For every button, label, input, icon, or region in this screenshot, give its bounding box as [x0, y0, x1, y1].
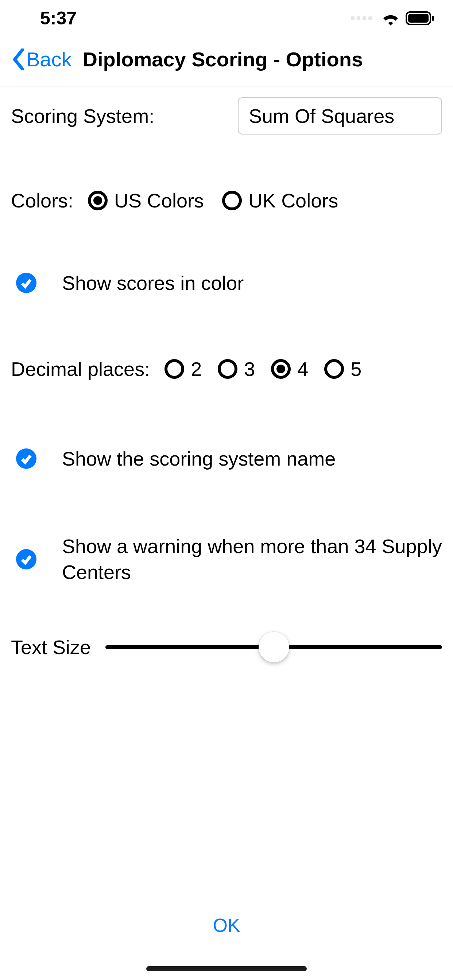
checkmark-icon	[16, 273, 37, 293]
radio-icon	[271, 359, 291, 379]
home-indicator	[146, 966, 307, 971]
status-bar: 5:37	[0, 0, 453, 37]
radio-label: US Colors	[114, 189, 204, 212]
radio-label: 5	[351, 358, 362, 380]
radio-decimal-2[interactable]: 2	[164, 358, 202, 380]
back-button[interactable]: Back	[11, 48, 72, 71]
radio-icon	[324, 359, 344, 379]
back-label: Back	[26, 48, 72, 71]
colors-row: Colors: US Colors UK Colors	[11, 189, 442, 212]
radio-icon	[222, 191, 242, 210]
checkmark-icon	[16, 549, 37, 570]
checkbox-label: Show scores in color	[62, 270, 244, 296]
checkbox-label: Show a warning when more than 34 Supply …	[62, 533, 442, 584]
battery-icon	[405, 11, 435, 25]
radio-icon	[164, 359, 184, 379]
radio-decimal-3[interactable]: 3	[218, 358, 255, 380]
show-system-name-checkbox[interactable]: Show the scoring system name	[11, 446, 442, 471]
scoring-system-row: Scoring System: Sum Of Squares	[11, 97, 442, 135]
show-warning-checkbox[interactable]: Show a warning when more than 34 Supply …	[11, 533, 442, 584]
wifi-icon	[381, 11, 400, 25]
ok-button[interactable]: OK	[0, 915, 453, 936]
decimal-places-row: Decimal places: 2 3 4 5	[11, 358, 442, 380]
radio-decimal-5[interactable]: 5	[324, 358, 362, 380]
svg-rect-1	[408, 14, 429, 22]
radio-decimal-4[interactable]: 4	[271, 358, 308, 380]
radio-icon	[88, 191, 108, 210]
status-time: 5:37	[40, 8, 77, 29]
status-indicators	[351, 11, 435, 25]
scoring-system-select[interactable]: Sum Of Squares	[238, 97, 442, 135]
checkbox-label: Show the scoring system name	[62, 446, 335, 471]
scoring-system-label: Scoring System:	[11, 105, 154, 127]
radio-us-colors[interactable]: US Colors	[88, 189, 204, 212]
slider-thumb[interactable]	[258, 632, 289, 662]
svg-rect-2	[432, 16, 434, 21]
page-dots-icon	[351, 16, 372, 20]
radio-uk-colors[interactable]: UK Colors	[222, 189, 338, 212]
text-size-row: Text Size	[11, 636, 442, 659]
text-size-slider[interactable]	[105, 645, 442, 649]
decimal-places-label: Decimal places:	[11, 358, 150, 380]
colors-label: Colors:	[11, 189, 73, 212]
page-title: Diplomacy Scoring - Options	[83, 48, 363, 71]
radio-label: 3	[244, 358, 255, 380]
radio-icon	[218, 359, 238, 379]
radio-label: 2	[191, 358, 202, 380]
radio-label: 4	[297, 358, 308, 380]
text-size-label: Text Size	[11, 636, 91, 659]
radio-label: UK Colors	[248, 189, 338, 212]
nav-bar: Back Diplomacy Scoring - Options	[0, 37, 453, 86]
show-scores-color-checkbox[interactable]: Show scores in color	[11, 270, 442, 296]
checkmark-icon	[16, 449, 37, 469]
chevron-left-icon	[11, 48, 26, 70]
